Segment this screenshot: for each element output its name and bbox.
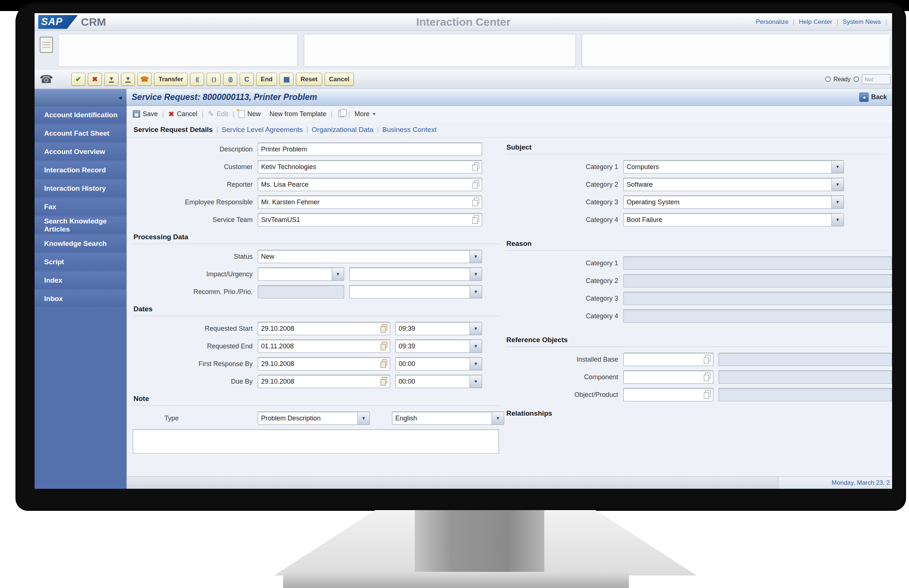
scratch-pad-icon[interactable]	[40, 37, 53, 53]
note-language-dropdown[interactable]: English▼	[392, 412, 504, 425]
first-response-by-date-input[interactable]	[261, 358, 378, 370]
employee-responsible-input[interactable]	[261, 196, 470, 208]
dropdown-arrow-icon[interactable]: ▼	[831, 161, 844, 173]
calendar-icon[interactable]	[380, 360, 387, 368]
value-help-icon[interactable]	[704, 391, 710, 399]
impact-dropdown[interactable]: ▼	[258, 268, 344, 281]
dropdown-arrow-icon[interactable]: ▼	[357, 412, 370, 425]
sidebar-item-interaction-record[interactable]: Interaction Record	[35, 161, 126, 179]
help-center-link[interactable]: Help Center	[799, 18, 833, 26]
more-button[interactable]: More▼	[354, 110, 376, 118]
sidebar-item-fax[interactable]: Fax	[35, 198, 126, 216]
transfer-button[interactable]: Transfer	[154, 73, 188, 86]
value-help-icon[interactable]	[472, 216, 479, 224]
value-help-icon[interactable]	[472, 181, 479, 189]
subject-category3-dropdown[interactable]: Operating System▼	[623, 195, 844, 209]
dropdown-arrow-icon[interactable]: ▼	[831, 178, 844, 191]
requested-end-time-dropdown[interactable]: 09:39▼	[395, 339, 482, 353]
dropdown-arrow-icon[interactable]: ▼	[469, 358, 482, 370]
save-button[interactable]: Save	[133, 110, 158, 118]
end-call-button[interactable]: End	[256, 73, 277, 86]
first-response-by-date-field[interactable]	[258, 357, 390, 370]
calendar-icon[interactable]	[380, 325, 387, 333]
not-ready-field[interactable]: Not	[862, 74, 891, 84]
subject-category1-dropdown[interactable]: Computers▼	[623, 160, 844, 173]
sidebar-item-account-identification[interactable]: Account Identification	[35, 106, 126, 124]
reset-button[interactable]: Reset	[296, 73, 322, 86]
status-dropdown[interactable]: New▼	[258, 250, 482, 263]
dropdown-arrow-icon[interactable]: ▼	[469, 322, 482, 335]
toggle-button[interactable]: (|)	[223, 73, 237, 86]
installed-base-field[interactable]	[623, 353, 713, 366]
ready-radio[interactable]	[825, 76, 831, 82]
value-help-icon[interactable]	[704, 373, 710, 381]
first-response-by-time-dropdown[interactable]: 00:00▼	[395, 357, 482, 370]
sidebar-item-index[interactable]: Index	[35, 271, 126, 289]
note-textarea[interactable]	[133, 429, 499, 454]
calendar-icon[interactable]	[380, 378, 387, 386]
urgency-dropdown[interactable]: ▼	[349, 268, 482, 281]
subject-category4-dropdown[interactable]: Boot Failure▼	[623, 213, 844, 226]
pickup-button[interactable]: ▼	[121, 73, 135, 86]
service-team-input[interactable]	[261, 213, 470, 226]
tab-business-context[interactable]: Business Context	[379, 126, 440, 134]
description-field[interactable]	[258, 142, 482, 156]
dial-pad-button[interactable]: ▼	[104, 73, 118, 86]
cancel-button[interactable]: ✖Cancel	[168, 110, 197, 118]
dropdown-arrow-icon[interactable]: ▼	[469, 250, 482, 263]
sidebar-item-interaction-history[interactable]: Interaction History	[35, 179, 126, 198]
retrieve-button[interactable]: ( )	[207, 73, 221, 86]
sidebar-item-knowledge-search[interactable]: Knowledge Search	[35, 234, 126, 253]
due-by-date-input[interactable]	[261, 375, 378, 388]
new-button[interactable]: New	[239, 110, 261, 118]
dropdown-arrow-icon[interactable]: ▼	[831, 213, 844, 226]
tab-service-request-details[interactable]: Service Request Details	[133, 126, 216, 134]
due-by-time-dropdown[interactable]: 00:00▼	[395, 375, 482, 388]
prio-dropdown[interactable]: ▼	[349, 285, 482, 299]
requested-end-date-input[interactable]	[261, 340, 378, 352]
warm-transfer-button[interactable]: ☎	[137, 73, 152, 86]
subject-category2-dropdown[interactable]: Software▼	[623, 178, 844, 191]
sidebar-item-script[interactable]: Script	[35, 253, 126, 271]
dropdown-arrow-icon[interactable]: ▼	[831, 196, 844, 208]
copy-button[interactable]	[337, 111, 344, 117]
reporter-input[interactable]	[261, 178, 470, 191]
edit-button[interactable]: ✎Edit	[208, 110, 228, 118]
service-team-field[interactable]	[258, 213, 482, 226]
requested-start-time-dropdown[interactable]: 09:39▼	[395, 322, 482, 335]
note-type-dropdown[interactable]: Problem Description▼	[258, 412, 370, 425]
system-news-link[interactable]: System News	[843, 18, 881, 26]
value-help-icon[interactable]	[472, 163, 479, 171]
accept-call-button[interactable]: ✔	[71, 73, 85, 86]
new-from-template-button[interactable]: New from Template	[270, 110, 327, 118]
employee-responsible-field[interactable]	[258, 195, 482, 209]
dropdown-arrow-icon[interactable]: ▼	[332, 268, 344, 280]
value-help-icon[interactable]	[704, 356, 710, 363]
due-by-date-field[interactable]	[258, 375, 390, 388]
cancel-call-button[interactable]: Cancel	[325, 73, 354, 86]
reject-call-button[interactable]: ✖	[88, 73, 102, 86]
installed-base-input[interactable]	[627, 353, 702, 366]
sidebar-item-inbox[interactable]: Inbox	[35, 289, 126, 308]
calendar-icon[interactable]	[380, 342, 387, 350]
hold-button[interactable]: ((	[190, 73, 204, 86]
value-help-icon[interactable]	[472, 199, 479, 206]
component-field[interactable]	[623, 370, 713, 384]
description-input[interactable]	[261, 143, 479, 155]
back-button[interactable]: ◄ Back	[859, 93, 887, 102]
dropdown-arrow-icon[interactable]: ▼	[469, 268, 482, 280]
not-ready-radio[interactable]	[854, 76, 859, 82]
consult-button[interactable]: C	[240, 73, 254, 86]
sidebar-item-account-overview[interactable]: Account Overview	[35, 142, 126, 161]
requested-start-date-field[interactable]	[258, 322, 390, 335]
customer-input[interactable]	[261, 161, 470, 173]
dropdown-arrow-icon[interactable]: ▼	[492, 412, 504, 425]
keypad-button[interactable]: ▦	[280, 73, 293, 86]
customer-field[interactable]	[258, 160, 482, 173]
tab-service-level-agreements[interactable]: Service Level Agreements	[218, 126, 307, 134]
tab-organizational-data[interactable]: Organizational Data	[308, 126, 377, 134]
requested-end-date-field[interactable]	[258, 339, 390, 353]
sidebar-item-search-knowledge-articles[interactable]: Search Knowledge Articles	[35, 216, 126, 234]
reporter-field[interactable]	[258, 178, 482, 191]
sidebar-item-account-fact-sheet[interactable]: Account Fact Sheet	[35, 124, 126, 142]
